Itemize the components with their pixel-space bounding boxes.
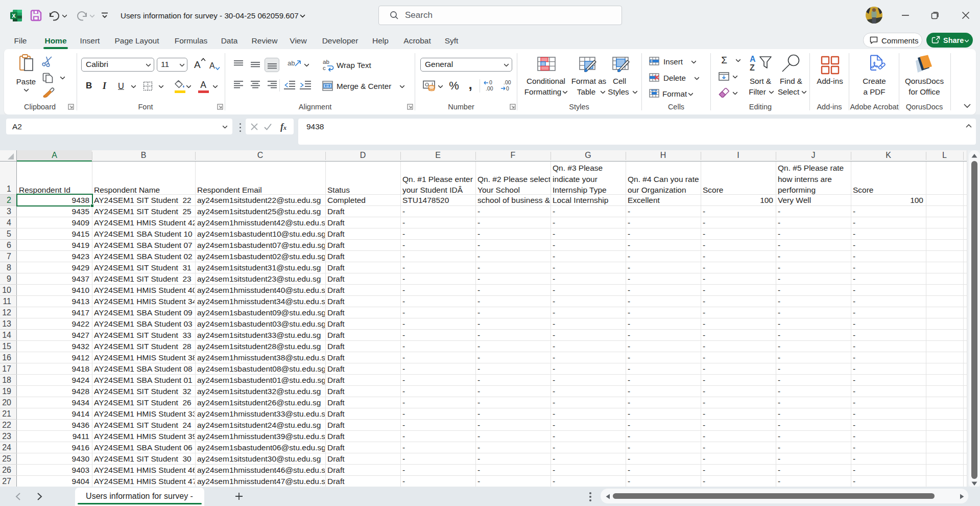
svg-text:X: X — [12, 13, 16, 19]
svg-text:A: A — [750, 55, 756, 63]
svg-text:c: c — [323, 65, 326, 71]
svg-text:0: 0 — [506, 85, 509, 91]
svg-text:.00: .00 — [486, 85, 493, 91]
svg-text:.00: .00 — [504, 80, 511, 85]
svg-text:ab: ab — [323, 59, 329, 65]
svg-text:0: 0 — [489, 80, 492, 85]
svg-text:Z: Z — [750, 63, 755, 72]
